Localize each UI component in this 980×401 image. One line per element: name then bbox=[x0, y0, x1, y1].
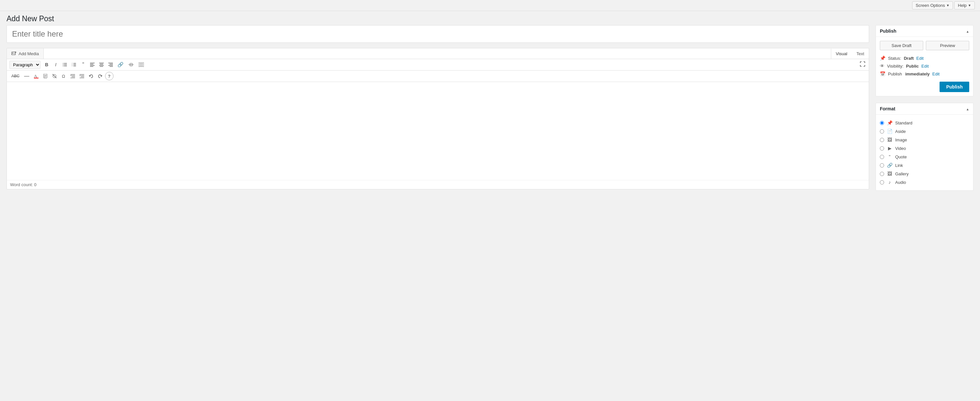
ordered-list-button[interactable]: 123 bbox=[70, 61, 78, 69]
blockquote-button[interactable]: " bbox=[79, 61, 88, 69]
format-radio-standard[interactable] bbox=[880, 121, 884, 125]
format-label-standard: Standard bbox=[895, 120, 912, 125]
status-value: Draft bbox=[904, 56, 913, 61]
top-bar: Screen Options ▼ Help ▼ bbox=[0, 0, 980, 11]
outdent-button[interactable] bbox=[68, 72, 77, 80]
toolbar-row2: ABC — A Ω bbox=[7, 70, 869, 82]
preview-button[interactable]: Preview bbox=[926, 41, 969, 50]
unordered-list-button[interactable] bbox=[60, 61, 69, 69]
publish-box: Publish Save Draft Preview 📌 Status: Dra… bbox=[876, 25, 974, 96]
format-box-content: 📌 Standard 📄 Aside 🖼 Image ▶ Video " Quo… bbox=[876, 115, 973, 190]
help-label: Help bbox=[958, 3, 967, 8]
svg-point-7 bbox=[63, 63, 64, 64]
format-box-toggle[interactable] bbox=[966, 106, 969, 112]
format-item-link[interactable]: 🔗 Link bbox=[880, 161, 969, 169]
status-edit-link[interactable]: Edit bbox=[916, 56, 924, 61]
format-icon-quote: " bbox=[887, 154, 892, 159]
format-item-gallery[interactable]: 🖼 Gallery bbox=[880, 169, 969, 178]
editor-tabs: Visual Text bbox=[831, 49, 869, 59]
publish-box-toggle[interactable] bbox=[966, 28, 969, 34]
format-radio-audio[interactable] bbox=[880, 180, 884, 184]
indent-button[interactable] bbox=[78, 72, 86, 80]
special-char-button[interactable]: Ω bbox=[59, 72, 68, 80]
format-item-image[interactable]: 🖼 Image bbox=[880, 136, 969, 144]
format-radio-aside[interactable] bbox=[880, 129, 884, 134]
format-icon-aside: 📄 bbox=[887, 129, 892, 134]
format-item-quote[interactable]: " Quote bbox=[880, 152, 969, 161]
paragraph-format-select[interactable]: Paragraph bbox=[10, 61, 40, 69]
add-media-icon bbox=[11, 51, 17, 56]
add-media-button[interactable]: Add Media bbox=[7, 48, 44, 59]
italic-button[interactable]: I bbox=[51, 61, 60, 69]
publish-box-header[interactable]: Publish bbox=[876, 26, 973, 37]
text-tab[interactable]: Text bbox=[852, 49, 869, 59]
svg-point-9 bbox=[63, 66, 64, 66]
editor-body[interactable] bbox=[7, 82, 869, 180]
format-item-aside[interactable]: 📄 Aside bbox=[880, 127, 969, 136]
publish-time-icon: 📅 bbox=[880, 71, 885, 77]
format-icon-video: ▶ bbox=[887, 145, 892, 151]
align-left-button[interactable] bbox=[88, 61, 97, 69]
horizontal-rule-button[interactable]: — bbox=[22, 72, 31, 80]
link-button[interactable]: 🔗 bbox=[116, 61, 126, 69]
format-radio-link[interactable] bbox=[880, 163, 884, 168]
sidebar: Publish Save Draft Preview 📌 Status: Dra… bbox=[876, 25, 974, 197]
toolbar-toggle-button[interactable] bbox=[137, 61, 146, 69]
format-item-video[interactable]: ▶ Video bbox=[880, 144, 969, 152]
svg-text:3: 3 bbox=[72, 65, 73, 67]
fullscreen-button[interactable] bbox=[859, 61, 866, 69]
post-title-input[interactable] bbox=[6, 25, 869, 43]
format-icon-link: 🔗 bbox=[887, 163, 892, 168]
format-icon-standard: 📌 bbox=[887, 120, 892, 125]
format-box: Format 📌 Standard 📄 Aside 🖼 Image ▶ Vide… bbox=[876, 103, 974, 191]
text-color-button[interactable]: A bbox=[32, 72, 40, 80]
visibility-icon: 👁 bbox=[880, 63, 885, 69]
format-icon-gallery: 🖼 bbox=[887, 171, 892, 176]
format-box-header[interactable]: Format bbox=[876, 103, 973, 115]
undo-button[interactable] bbox=[87, 72, 95, 80]
editor-toolbar-top: Add Media Visual Text bbox=[7, 48, 869, 59]
add-media-label: Add Media bbox=[19, 51, 39, 56]
format-label-video: Video bbox=[895, 146, 906, 151]
format-label-link: Link bbox=[895, 163, 903, 168]
status-row: 📌 Status: Draft Edit bbox=[880, 54, 969, 62]
format-radio-image[interactable] bbox=[880, 138, 884, 142]
page-title: Add New Post bbox=[6, 14, 974, 23]
format-radio-gallery[interactable] bbox=[880, 172, 884, 176]
format-radio-quote[interactable] bbox=[880, 155, 884, 159]
publish-button[interactable]: Publish bbox=[940, 81, 969, 92]
format-list: 📌 Standard 📄 Aside 🖼 Image ▶ Video " Quo… bbox=[880, 118, 969, 187]
screen-options-button[interactable]: Screen Options ▼ bbox=[912, 1, 953, 10]
paste-from-word-button[interactable] bbox=[41, 72, 49, 80]
publish-time-value: immediately bbox=[905, 72, 930, 77]
chevron-up-icon bbox=[966, 28, 969, 34]
svg-line-41 bbox=[52, 74, 56, 78]
remove-formatting-button[interactable] bbox=[50, 72, 59, 80]
visibility-edit-link[interactable]: Edit bbox=[921, 64, 929, 69]
format-item-audio[interactable]: ♪ Audio bbox=[880, 178, 969, 187]
help-chevron-icon: ▼ bbox=[968, 3, 971, 7]
format-chevron-up-icon bbox=[966, 106, 969, 111]
format-item-standard[interactable]: 📌 Standard bbox=[880, 118, 969, 127]
align-right-button[interactable] bbox=[107, 61, 115, 69]
strikethrough-button[interactable]: ABC bbox=[10, 72, 22, 80]
format-box-title: Format bbox=[880, 106, 895, 111]
svg-rect-36 bbox=[34, 78, 38, 78]
help-button[interactable]: Help ▼ bbox=[954, 1, 975, 10]
publish-time-edit-link[interactable]: Edit bbox=[932, 72, 940, 77]
main-layout: Add Media Visual Text Paragraph B I 123 bbox=[0, 25, 980, 204]
bold-button[interactable]: B bbox=[42, 61, 51, 69]
screen-options-label: Screen Options bbox=[916, 3, 945, 8]
align-center-button[interactable] bbox=[97, 61, 106, 69]
format-radio-video[interactable] bbox=[880, 146, 884, 150]
format-label-quote: Quote bbox=[895, 155, 907, 159]
help-icon-button[interactable]: ? bbox=[105, 72, 113, 80]
publish-actions: Save Draft Preview bbox=[880, 41, 969, 50]
publish-box-title: Publish bbox=[880, 29, 896, 34]
save-draft-button[interactable]: Save Draft bbox=[880, 41, 923, 50]
visual-tab[interactable]: Visual bbox=[831, 49, 852, 59]
more-tag-button[interactable] bbox=[126, 61, 136, 69]
status-label: Status: bbox=[888, 56, 901, 61]
status-icon: 📌 bbox=[880, 56, 885, 61]
redo-button[interactable] bbox=[96, 72, 104, 80]
